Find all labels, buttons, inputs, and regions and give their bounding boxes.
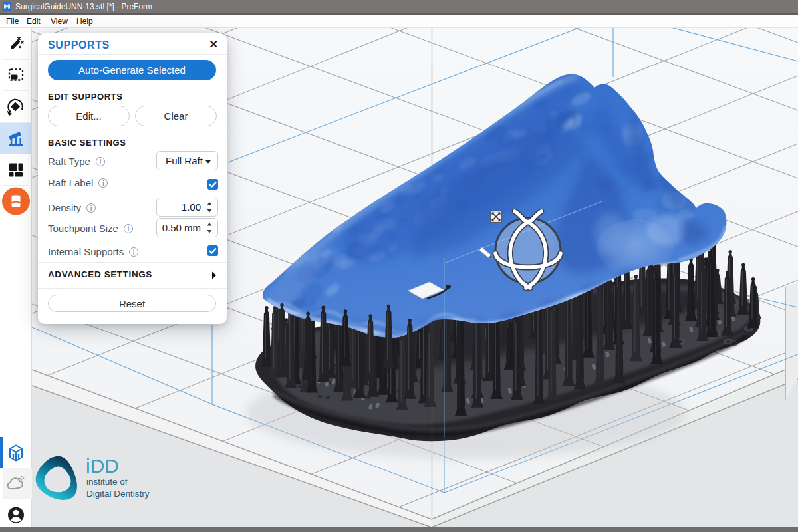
svg-text:iDD: iDD: [86, 455, 119, 477]
svg-text:institute of: institute of: [86, 477, 128, 487]
svg-text:Digital Dentistry: Digital Dentistry: [86, 489, 150, 499]
